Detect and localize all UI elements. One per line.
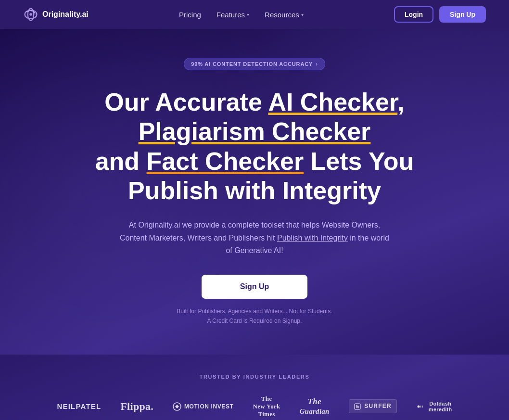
logo-text: Originality.ai	[42, 10, 89, 19]
logo-guardian: TheGuardian	[299, 397, 329, 416]
navbar: Originality.ai Pricing Features ▾ Resour…	[0, 0, 509, 29]
hero-fact: Fact Checker	[147, 147, 304, 175]
nav-links: Pricing Features ▾ Resources ▾	[179, 11, 304, 19]
nav-actions: Login Sign Up	[394, 6, 486, 23]
logo-motioninvest: MOTION INVEST	[173, 402, 233, 411]
fine-print-1: Built for Publishers, Agencies and Write…	[177, 308, 332, 315]
hero-subtitle: At Originality.ai we provide a complete …	[120, 219, 389, 257]
badge-text: 99% AI CONTENT DETECTION ACCURACY	[191, 61, 313, 67]
fine-print-2: A Credit Card is Required on Signup.	[207, 318, 302, 324]
hero-title-part3: and	[95, 147, 147, 175]
features-chevron-icon: ▾	[247, 12, 249, 17]
logo-dotdash: Dotdashmeredith	[416, 401, 452, 412]
signup-nav-button[interactable]: Sign Up	[439, 6, 486, 23]
logos-grid: NEILPATEL Flippa. MOTION INVEST TheNew Y…	[38, 395, 471, 420]
logo-link[interactable]: Originality.ai	[23, 7, 89, 22]
dotdash-icon	[416, 403, 424, 410]
nav-pricing[interactable]: Pricing	[179, 11, 201, 19]
badge-arrow-icon: ›	[316, 61, 318, 67]
hero-badge[interactable]: 99% AI CONTENT DETECTION ACCURACY ›	[184, 58, 325, 70]
trusted-label: TRUSTED BY INDUSTRY LEADERS	[10, 374, 499, 380]
logo-neilpatel: NEILPATEL	[57, 402, 101, 410]
hero-section: 99% AI CONTENT DETECTION ACCURACY › Our …	[0, 29, 509, 355]
logo-icon	[23, 7, 38, 22]
hero-ai-checker: AI Checker	[268, 88, 397, 116]
hero-title-part1: Our Accurate	[104, 88, 268, 116]
svg-rect-9	[420, 406, 421, 407]
logo-surfer: SURFER	[349, 399, 397, 413]
hero-title-part2: ,	[397, 88, 404, 116]
login-button[interactable]: Login	[394, 6, 433, 23]
logo-nyt: TheNew YorkTimes	[253, 395, 280, 418]
trusted-section: TRUSTED BY INDUSTRY LEADERS NEILPATEL Fl…	[0, 355, 509, 420]
surfer-icon	[354, 403, 361, 410]
hero-title: Our Accurate AI Checker, Plagiarism Chec…	[62, 88, 447, 205]
nav-features[interactable]: Features ▾	[216, 11, 249, 19]
svg-point-8	[417, 405, 420, 407]
logo-flippa: Flippa.	[120, 400, 153, 413]
motioninvest-icon	[173, 402, 181, 411]
hero-fine-print: Built for Publishers, Agencies and Write…	[177, 306, 332, 326]
subtitle-link: Publish with Integrity	[277, 234, 348, 242]
nav-resources[interactable]: Resources ▾	[265, 11, 304, 19]
signup-hero-button[interactable]: Sign Up	[202, 275, 307, 299]
svg-rect-10	[422, 406, 423, 407]
svg-point-2	[29, 13, 32, 15]
resources-chevron-icon: ▾	[301, 12, 304, 17]
hero-plagiarism: Plagiarism Checker	[139, 117, 371, 145]
